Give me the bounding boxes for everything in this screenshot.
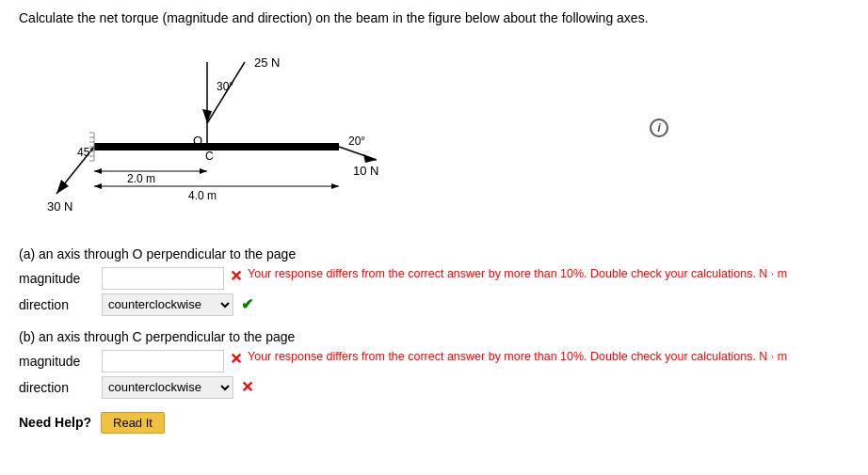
part-b-direction-select[interactable]: counterclockwise clockwise	[102, 376, 233, 399]
part-a-label: (a) an axis through O perpendicular to t…	[19, 246, 849, 261]
part-b-direction-xmark: ✕	[241, 378, 253, 396]
part-b-magnitude-label: magnitude	[19, 354, 94, 369]
svg-text:O: O	[193, 134, 202, 148]
svg-marker-15	[200, 168, 207, 174]
part-a-magnitude-input[interactable]	[102, 267, 224, 290]
svg-marker-14	[94, 168, 102, 174]
figure-diagram: 25 N 30° O C 45° 30 N 2.0 m 4.0 m 20° 1	[38, 43, 395, 231]
problem-statement: Calculate the net torque (magnitude and …	[19, 9, 849, 28]
part-a-direction-row: direction counterclockwise clockwise ✔	[19, 293, 849, 316]
svg-point-8	[203, 143, 211, 150]
svg-marker-3	[202, 109, 212, 123]
svg-text:2.0 m: 2.0 m	[127, 172, 155, 185]
need-help-section: Need Help? Read It	[19, 412, 849, 434]
part-b-magnitude-error: Your response differs from the correct a…	[248, 350, 787, 363]
part-b-magnitude-xmark: ✕	[230, 350, 242, 368]
part-b-magnitude-row: magnitude ✕ Your response differs from t…	[19, 350, 849, 372]
part-a-direction-label: direction	[19, 297, 94, 312]
svg-text:25 N: 25 N	[254, 55, 280, 70]
part-a-direction-checkmark: ✔	[241, 295, 253, 313]
part-a-magnitude-error: Your response differs from the correct a…	[248, 267, 787, 280]
part-b-direction-row: direction counterclockwise clockwise ✕	[19, 376, 849, 399]
part-a-magnitude-row: magnitude ✕ Your response differs from t…	[19, 267, 849, 290]
part-a-section: (a) an axis through O perpendicular to t…	[19, 246, 849, 316]
part-b-section: (b) an axis through C perpendicular to t…	[19, 329, 849, 399]
part-a-magnitude-label: magnitude	[19, 271, 94, 286]
info-icon[interactable]: i	[650, 119, 668, 137]
svg-text:30 N: 30 N	[47, 199, 72, 214]
svg-text:C: C	[205, 150, 214, 163]
svg-text:20°: 20°	[348, 135, 365, 148]
need-help-label: Need Help?	[19, 415, 91, 430]
part-b-magnitude-input[interactable]	[102, 350, 224, 372]
svg-text:30°: 30°	[217, 80, 233, 93]
figure-container: 25 N 30° O C 45° 30 N 2.0 m 4.0 m 20° 1	[38, 43, 849, 231]
part-b-label: (b) an axis through C perpendicular to t…	[19, 329, 849, 344]
part-b-direction-label: direction	[19, 380, 94, 395]
svg-marker-18	[94, 183, 102, 189]
part-a-direction-select[interactable]: counterclockwise clockwise	[102, 293, 233, 316]
svg-text:4.0 m: 4.0 m	[188, 189, 217, 202]
svg-marker-19	[331, 183, 339, 189]
read-it-button[interactable]: Read It	[101, 412, 165, 434]
part-a-magnitude-xmark: ✕	[230, 267, 242, 285]
svg-text:45°: 45°	[77, 146, 94, 159]
svg-text:10 N: 10 N	[353, 164, 378, 178]
